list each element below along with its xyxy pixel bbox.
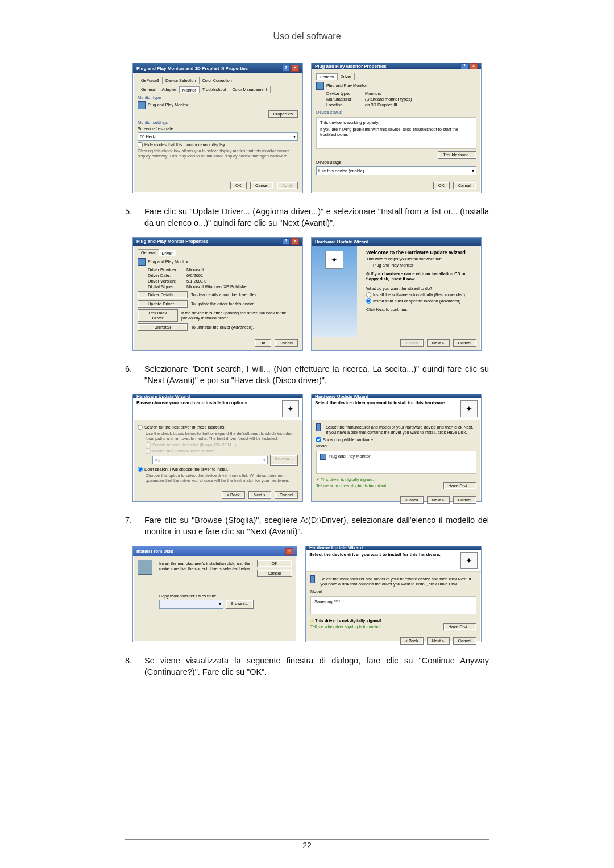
cancel-button[interactable]: Cancel <box>275 491 298 499</box>
tab-driver[interactable]: Driver <box>159 250 176 256</box>
help-icon[interactable]: ? <box>460 63 468 69</box>
cancel-button[interactable]: Cancel <box>453 339 476 347</box>
refresh-rate-dropdown[interactable]: 60 Hertz▾ <box>138 132 298 141</box>
screenshot-row-3: Hardware Update Wizard Please choose you… <box>125 394 489 502</box>
tellme-link[interactable]: Tell me why driver signing is important <box>310 624 380 629</box>
next-button[interactable]: Next > <box>427 339 450 347</box>
model-value: Plug and Play Monitor <box>329 454 370 459</box>
value-version: 5.1.2001.0 <box>186 279 206 284</box>
model-value: Samsung **** <box>314 599 340 604</box>
back-button[interactable]: < Back <box>400 637 424 645</box>
radio-auto[interactable] <box>366 292 371 297</box>
update-driver-button[interactable]: Update Driver... <box>138 300 188 308</box>
wizard-helps: This wizard helps you install software f… <box>366 256 476 261</box>
cancel-button[interactable]: Cancel <box>453 496 476 504</box>
ok-button[interactable]: OK <box>230 182 247 189</box>
chk-show-compat[interactable] <box>316 437 321 442</box>
back-button: < Back <box>400 339 424 347</box>
cancel-button[interactable]: Cancel <box>275 339 298 347</box>
tabstrip: GeForce3 Device Selection Color Correcti… <box>138 77 298 84</box>
status-line-2: If you are having problems with this dev… <box>320 127 472 137</box>
radio-dont-search[interactable] <box>138 467 143 472</box>
footer-rule <box>125 839 489 840</box>
hide-modes-checkbox[interactable] <box>138 142 143 147</box>
monitor-icon <box>320 454 326 460</box>
tab-geforce3[interactable]: GeForce3 <box>138 77 163 84</box>
wizard-tip: Select the manufacturer and model of you… <box>326 425 476 435</box>
tab-driver[interactable]: Driver <box>337 73 355 80</box>
monitor-name: Plug and Play Monitor <box>148 102 188 107</box>
cancel-button[interactable]: Cancel <box>453 637 476 645</box>
close-icon[interactable]: × <box>285 548 293 555</box>
tab-adapter[interactable]: Adapter <box>159 86 180 93</box>
wizard-cdtip: If your hardware came with an installati… <box>366 271 466 281</box>
step-text: Selezionare "Don't search, I will... (No… <box>144 363 489 387</box>
rollback-driver-button[interactable]: Roll Back Driver <box>138 309 178 322</box>
monitor-icon <box>310 575 315 583</box>
tab-general[interactable]: General <box>138 86 159 93</box>
next-button[interactable]: Next > <box>427 496 450 504</box>
tab-color-management[interactable]: Color Management <box>229 86 270 93</box>
dlg-title-text: Hardware Update Wizard <box>315 239 368 244</box>
back-button[interactable]: < Back <box>400 496 424 504</box>
chevron-down-icon: ▾ <box>293 134 296 139</box>
tab-general[interactable]: General <box>138 249 159 256</box>
next-button[interactable]: Next > <box>248 491 271 499</box>
radio-list[interactable] <box>366 298 371 304</box>
step-number: 8. <box>125 655 144 678</box>
close-icon[interactable]: × <box>470 63 478 69</box>
radio-search[interactable] <box>138 425 143 430</box>
close-icon[interactable]: × <box>291 65 299 72</box>
back-button[interactable]: < Back <box>222 491 245 499</box>
install-msg: Insert the manufacturer's installation d… <box>159 561 254 571</box>
cancel-button[interactable]: Cancel <box>453 182 476 189</box>
help-icon[interactable]: ? <box>282 65 290 72</box>
ok-button[interactable]: OK <box>257 560 292 567</box>
close-icon[interactable]: × <box>291 238 299 245</box>
ok-button[interactable]: OK <box>433 182 450 189</box>
dlg-monitor-3dprophet-properties: Plug and Play Monitor and 3D Prophet III… <box>132 63 303 193</box>
value-provider: Microsoft <box>186 267 204 272</box>
next-button[interactable]: Next > <box>427 637 450 645</box>
not-signed-text: This driver is not digitally signed! <box>315 618 381 623</box>
status-line-1: This device is working properly. <box>320 120 472 125</box>
wizard-icon: ✦ <box>460 552 478 569</box>
tellme-link[interactable]: Tell me why driver signing is important <box>316 483 386 488</box>
rollback-driver-desc: If the device fails after updating the d… <box>181 310 298 321</box>
label-monitor-type: Monitor type <box>138 95 298 100</box>
device-usage-dropdown[interactable]: Use this device (enable)▾ <box>316 166 476 175</box>
wizard-welcome: Welcome to the Hardware Update Wizard <box>366 250 476 255</box>
driver-details-button[interactable]: Driver Details... <box>138 291 188 298</box>
label-monitor-settings: Monitor settings <box>138 120 298 125</box>
copy-from-dropdown[interactable]: ▾ <box>159 600 223 609</box>
tab-color-correction[interactable]: Color Correction <box>199 77 235 84</box>
hide-modes-desc: Clearing this check box allows you to se… <box>138 148 298 159</box>
tab-general[interactable]: General <box>316 73 338 80</box>
tab-device-selection[interactable]: Device Selection <box>162 77 200 84</box>
cancel-button[interactable]: Cancel <box>250 182 273 189</box>
screenshot-row-4: Install From Disk × Insert the manufactu… <box>125 546 489 642</box>
have-disk-button[interactable]: Have Disk... <box>443 623 476 630</box>
tab-troubleshoot[interactable]: Troubleshoot <box>199 86 230 93</box>
header-rule <box>125 45 489 45</box>
label-device-usage: Device usage: <box>316 160 476 165</box>
tab-monitor[interactable]: Monitor <box>179 86 200 93</box>
dlg-title-text: Plug and Play Monitor and 3D Prophet III… <box>136 66 248 71</box>
label-manufacturer: Manufacturer: <box>326 97 365 102</box>
step-number: 5. <box>125 206 144 229</box>
hide-modes-label: Hide modes that this monitor cannot disp… <box>144 142 225 147</box>
dlg-install-from-disk: Install From Disk × Insert the manufactu… <box>132 546 297 642</box>
have-disk-button[interactable]: Have Disk... <box>443 482 476 489</box>
value-device-type: Monitors <box>365 91 381 96</box>
value-location: on 3D Prophet III <box>365 102 397 107</box>
troubleshoot-button[interactable]: Troubleshoot... <box>438 151 476 159</box>
cancel-button[interactable]: Cancel <box>257 570 292 577</box>
help-icon[interactable]: ? <box>282 238 290 245</box>
label-provider: Driver Provider: <box>148 267 186 272</box>
browse-button[interactable]: Browse... <box>226 600 254 609</box>
chk-show-compat-label: Show compatible hardware <box>323 437 373 442</box>
properties-button[interactable]: Properties <box>268 110 298 118</box>
ok-button[interactable]: OK <box>255 339 271 347</box>
uninstall-button[interactable]: Uninstall <box>138 323 188 331</box>
dlg-pnp-monitor-properties-general: Plug and Play Monitor Properties ?× Gene… <box>311 63 482 193</box>
